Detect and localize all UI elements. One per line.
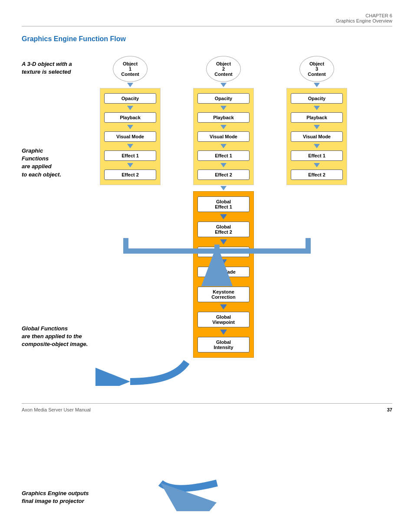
bottom-arrow-svg <box>95 360 226 386</box>
arrow-obj1 <box>127 83 133 87</box>
label-output: Graphics Engine outputsfinal image to pr… <box>22 490 89 505</box>
yellow-col-1: Opacity Playback Visual Mode Effect 1 Ef… <box>100 88 161 185</box>
visual-mode-1: Visual Mode <box>104 131 156 142</box>
opacity-2: Opacity <box>197 93 250 104</box>
global-viewpoint: GlobalViewpoint <box>197 312 250 327</box>
footer-left: Axon Media Server User Manual <box>22 407 91 412</box>
yellow-col-2: Opacity Playback Visual Mode Effect 1 Ef… <box>193 88 254 185</box>
object-column-3: Object3Content Opacity Playback Visual M… <box>282 56 352 185</box>
playback-2: Playback <box>197 112 250 123</box>
playback-3: Playback <box>291 112 343 123</box>
global-col: GlobalEffect 1 GlobalEffect 2 Mask Edge … <box>193 191 254 358</box>
page: CHAPTER 6 Graphics Engine Overview Graph… <box>0 0 414 430</box>
section-title: Graphics Engine Function Flow <box>22 35 392 43</box>
chapter-label: CHAPTER 6 <box>365 13 392 18</box>
global-effect1: GlobalEffect 1 <box>197 196 250 212</box>
arrow-obj3 <box>314 83 320 87</box>
object-column-1: Object1Content Opacity Playback Visual M… <box>95 56 165 185</box>
object-2-circle: Object2Content <box>206 56 241 82</box>
arrow-to-global <box>220 186 227 190</box>
object-3-circle: Object3Content <box>299 56 334 82</box>
label-graphic-functions: GraphicFunctionsare appliedto each objec… <box>22 147 89 179</box>
effect1-3: Effect 1 <box>291 150 343 161</box>
yellow-col-3: Opacity Playback Visual Mode Effect 1 Ef… <box>286 88 347 185</box>
effect1-2: Effect 1 <box>197 150 250 161</box>
opacity-1: Opacity <box>104 93 156 104</box>
object-column-2: Object2Content Opacity Playback Visual M… <box>189 56 258 358</box>
chapter-subtitle: Graphics Engine Overview <box>336 18 392 23</box>
visual-mode-3: Visual Mode <box>291 131 343 142</box>
columns-container: Object1Content Opacity Playback Visual M… <box>95 56 360 358</box>
footer-page: 37 <box>387 407 392 412</box>
keystone-correction: KeystoneCorrection <box>197 287 250 302</box>
main-diagram: A 3-D object with a texture is selected … <box>22 56 360 386</box>
arrow-obj2 <box>220 83 227 87</box>
global-effect2: GlobalEffect 2 <box>197 222 250 237</box>
effect2-2: Effect 2 <box>197 170 250 180</box>
header: CHAPTER 6 Graphics Engine Overview <box>22 13 392 26</box>
bottom-arrow-container <box>95 360 360 386</box>
visual-mode-2: Visual Mode <box>197 131 250 142</box>
label-global-functions: Global Functionsare then applied to thec… <box>22 325 89 349</box>
opacity-3: Opacity <box>291 93 343 104</box>
global-intensity: GlobalIntensity <box>197 337 250 352</box>
effect1-1: Effect 1 <box>104 150 156 161</box>
footer: Axon Media Server User Manual 37 <box>22 403 392 412</box>
effect2-1: Effect 2 <box>104 170 156 180</box>
effect2-3: Effect 2 <box>291 170 343 180</box>
edge-fade: Edge Fade <box>197 267 250 277</box>
mask: Mask <box>197 247 250 257</box>
diagram-inner: A 3-D object with a texture is selected … <box>22 56 360 386</box>
label-3d-object: A 3-D object with a texture is selected <box>22 60 89 76</box>
object-1-circle: Object1Content <box>113 56 148 82</box>
playback-1: Playback <box>104 112 156 123</box>
